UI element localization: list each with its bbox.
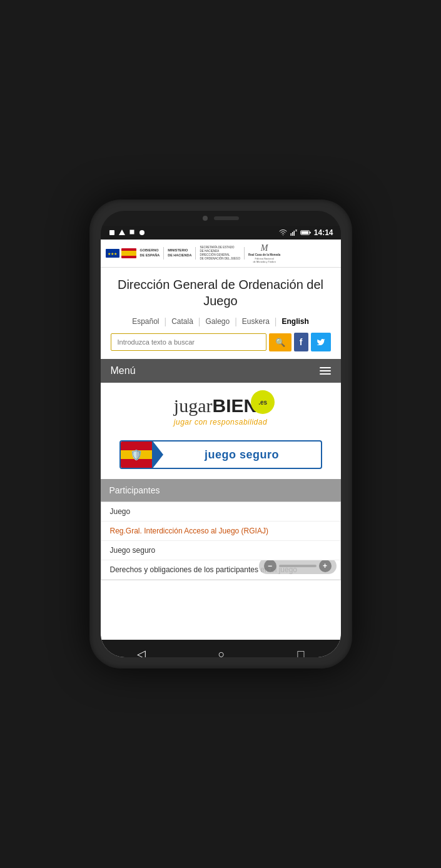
svg-rect-10 [301,231,308,235]
list-item-derechos: Derechos y obligaciones de los participa… [101,560,340,580]
search-row: 🔍 f [101,333,341,359]
notification-icon-2 [118,229,126,236]
jugarbien-bien-text: BIEN [213,395,258,416]
min-hacienda-text: MINISTERIO DE HACIENDA [168,248,191,258]
jugarbien-section: jugarBIEN .es jugar con responsabilidad [101,383,341,437]
banner-arrow [152,440,163,469]
speaker [214,216,239,220]
shield-icon: 🛡️ [130,449,143,461]
participantes-list: Juego Reg.Gral. Interdicción Acceso al J… [101,502,341,580]
moneda-block: M Real Casa de la Moneda Fábrica Naciona… [248,243,280,263]
zoom-in-button[interactable]: + [319,560,332,572]
menu-label: Menú [111,365,136,376]
back-button[interactable]: ◁ [137,647,146,657]
menu-bar[interactable]: Menú [101,359,341,383]
notification-icons [108,229,146,236]
divider-2 [195,247,196,260]
svg-rect-6 [293,231,295,236]
jugarbien-logo[interactable]: jugarBIEN .es [174,395,257,416]
moneda-sub: Fábrica Nacional de Moneda y Timbre [253,257,275,263]
lang-catala[interactable]: Català [166,317,198,326]
recent-button[interactable]: □ [298,648,305,658]
battery-icon [300,229,312,236]
spain-flag-banner: 🛡️ [121,442,152,468]
svg-point-3 [139,230,144,235]
twitter-button[interactable] [311,333,331,351]
participantes-header: Participantes [101,479,341,502]
juego-seguro-section: 🛡️ juego seguro [101,437,341,479]
search-icon: 🔍 [275,338,285,347]
search-button[interactable]: 🔍 [269,333,291,351]
list-item-rgiaj[interactable]: Reg.Gral. Interdicción Acceso al Juego (… [101,522,340,541]
lang-euskera[interactable]: Euskera [237,317,275,326]
svg-rect-0 [109,230,114,235]
bottom-nav: ◁ ○ □ [101,640,341,657]
twitter-icon [317,337,325,347]
logo-section: ★★★ [106,248,136,258]
notification-icon-3 [128,229,136,236]
main-content: ★★★ GOBIERNO DE ESPAÑA [101,240,341,640]
lang-espanol[interactable]: Español [127,317,164,326]
lang-english[interactable]: English [277,317,314,326]
notification-icon-1 [108,229,116,236]
site-header: ★★★ GOBIERNO DE ESPAÑA [101,240,341,268]
eu-flag: ★★★ [106,249,119,258]
facebook-icon: f [300,337,303,347]
svg-rect-11 [310,232,311,234]
divider-3 [244,247,245,260]
signal-icon [290,229,298,236]
jugarbien-jugar-text: jugar [174,395,213,416]
divider-1 [163,247,164,260]
lang-galego[interactable]: Galego [200,317,235,326]
clock: 14:14 [314,228,333,237]
list-item-juego: Juego [101,502,340,522]
gov-esp-text: GOBIERNO DE ESPAÑA [140,248,160,258]
juego-seguro-banner[interactable]: 🛡️ juego seguro [119,440,322,469]
zoom-out-button[interactable]: − [264,560,276,572]
participantes-section: Participantes Juego Reg.Gral. Interdicci… [101,479,341,580]
zoom-slider[interactable] [279,565,317,567]
moneda-m: M [261,243,268,253]
wifi-icon [279,229,287,236]
notification-icon-4 [138,229,146,236]
juego-seguro-label: juego seguro [163,448,321,462]
camera [203,216,208,221]
zoom-control[interactable]: − + [259,560,337,574]
svg-marker-1 [119,230,125,235]
list-item-juego-seguro: Juego seguro [101,541,340,560]
system-icons: 14:14 [279,228,333,237]
spain-flag [121,248,136,258]
page-title: Dirección General de Ordenación del Jueg… [101,268,341,314]
svg-rect-5 [292,232,293,236]
facebook-button[interactable]: f [294,333,308,351]
svg-rect-4 [290,233,291,236]
jugarbien-es-badge: .es [251,390,275,414]
hamburger-icon[interactable] [320,367,331,375]
flag-yellow [121,251,136,256]
secretaria-text: SECRETARÍA DE ESTADO DE HACIENDA DIRECCI… [200,246,240,260]
flag-red-bottom [121,256,136,258]
search-input[interactable] [111,333,266,351]
language-nav: Español | Català | Galego | Euskera | En… [101,314,341,333]
status-bar: 14:14 [101,226,341,240]
svg-marker-2 [129,230,134,235]
jugarbien-sub: jugar con responsabilidad [174,418,267,426]
home-button[interactable]: ○ [218,648,225,658]
